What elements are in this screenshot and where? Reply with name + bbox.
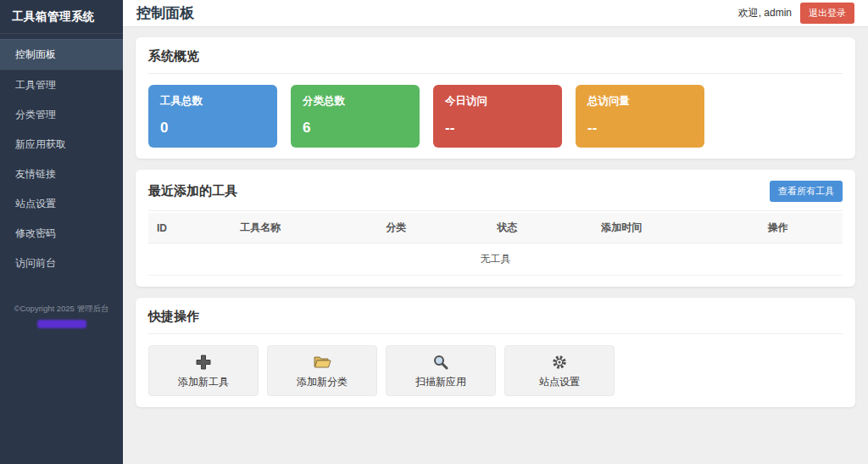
add-tool-button[interactable]: 添加新工具 (148, 345, 259, 396)
logout-button[interactable]: 退出登录 (800, 3, 854, 24)
column-tool-name: 工具名称 (231, 213, 377, 243)
add-category-button[interactable]: 添加新分类 (267, 345, 377, 396)
stat-label: 分类总数 (303, 94, 408, 109)
stats-row: 工具总数 0 分类总数 6 今日访问 -- 总访问量 -- (148, 85, 843, 148)
column-id: ID (148, 213, 231, 243)
column-actions: 操作 (760, 213, 843, 243)
main-column: 控制面板 欢迎, admin 退出登录 系统概览 工具总数 0 分类总数 6 (123, 0, 868, 464)
recent-tools-title: 最近添加的工具 (148, 183, 237, 199)
column-status: 状态 (488, 213, 593, 243)
stat-value: -- (445, 120, 550, 137)
table-empty-row: 无工具 (148, 243, 843, 276)
quick-actions-card: 快捷操作 添加新工具 (136, 298, 855, 407)
sidebar-item-new-apps[interactable]: 新应用获取 (0, 130, 123, 159)
action-label: 扫描新应用 (415, 375, 466, 389)
scan-apps-button[interactable]: 扫描新应用 (386, 345, 496, 396)
gear-icon (550, 353, 569, 372)
footer-link[interactable] (37, 320, 86, 328)
sidebar-item-tools[interactable]: 工具管理 (0, 70, 123, 100)
sidebar-item-friend-links[interactable]: 友情链接 (0, 159, 123, 189)
page-title: 控制面板 (136, 3, 194, 23)
main-content: 系统概览 工具总数 0 分类总数 6 今日访问 -- 总访问 (123, 27, 868, 464)
folder-icon (313, 353, 331, 372)
stat-card-total-categories: 分类总数 6 (291, 85, 420, 148)
welcome-text: 欢迎, admin (738, 6, 792, 20)
sidebar-item-categories[interactable]: 分类管理 (0, 100, 123, 130)
quick-actions-title: 快捷操作 (148, 309, 843, 334)
stat-label: 今日访问 (445, 94, 550, 109)
plus-icon (194, 353, 213, 372)
sidebar-item-visit-frontend[interactable]: 访问前台 (0, 249, 123, 278)
action-label: 添加新分类 (297, 375, 348, 389)
view-all-tools-button[interactable]: 查看所有工具 (770, 181, 843, 202)
stat-card-total-tools: 工具总数 0 (148, 85, 277, 148)
sidebar: 工具箱管理系统 控制面板 工具管理 分类管理 新应用获取 友情链接 站点设置 修… (0, 0, 123, 464)
column-category: 分类 (377, 213, 488, 243)
recent-tools-table: ID 工具名称 分类 状态 添加时间 操作 无工具 (148, 213, 843, 276)
header-right: 欢迎, admin 退出登录 (738, 3, 854, 24)
empty-message: 无工具 (148, 243, 843, 276)
action-label: 站点设置 (539, 375, 580, 389)
sidebar-item-site-settings[interactable]: 站点设置 (0, 189, 123, 219)
search-icon (431, 353, 450, 372)
sidebar-footer: ©Copyright 2025 管理后台 (0, 304, 123, 332)
stat-value: 0 (160, 120, 265, 137)
table-header-row: ID 工具名称 分类 状态 添加时间 操作 (148, 213, 843, 243)
sidebar-item-dashboard[interactable]: 控制面板 (0, 39, 123, 70)
recent-tools-card: 最近添加的工具 查看所有工具 ID 工具名称 分类 状态 添加时间 操作 (136, 170, 855, 287)
overview-title: 系统概览 (148, 48, 843, 74)
stat-label: 总访问量 (587, 94, 693, 109)
copyright-text: ©Copyright 2025 管理后台 (0, 304, 123, 315)
action-label: 添加新工具 (178, 375, 229, 389)
stat-card-total-visits: 总访问量 -- (576, 85, 704, 148)
overview-card: 系统概览 工具总数 0 分类总数 6 今日访问 -- 总访问 (136, 37, 855, 159)
recent-tools-header: 最近添加的工具 查看所有工具 (148, 181, 843, 211)
column-add-time: 添加时间 (593, 213, 760, 243)
stat-value: -- (587, 120, 693, 137)
sidebar-nav: 控制面板 工具管理 分类管理 新应用获取 友情链接 站点设置 修改密码 访问前台 (0, 39, 123, 278)
app-window: 工具箱管理系统 控制面板 工具管理 分类管理 新应用获取 友情链接 站点设置 修… (0, 0, 868, 464)
site-settings-button[interactable]: 站点设置 (504, 345, 615, 396)
app-title: 工具箱管理系统 (0, 0, 123, 34)
header-bar: 控制面板 欢迎, admin 退出登录 (123, 0, 868, 27)
stat-value: 6 (303, 120, 408, 137)
sidebar-item-change-password[interactable]: 修改密码 (0, 219, 123, 249)
stat-label: 工具总数 (160, 94, 265, 109)
quick-actions-row: 添加新工具 添加新分类 (148, 345, 843, 396)
stat-card-today-visits: 今日访问 -- (433, 85, 562, 148)
